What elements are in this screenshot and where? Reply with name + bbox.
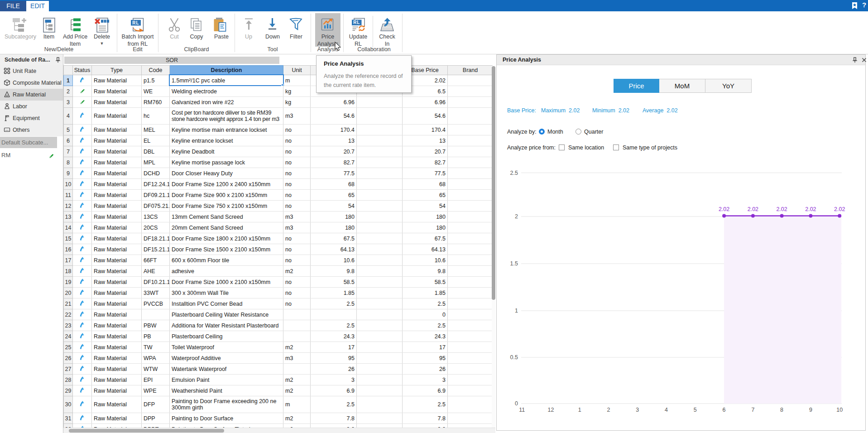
svg-text:3: 3: [636, 407, 639, 413]
svg-text:8: 8: [780, 407, 783, 413]
svg-text:1: 1: [515, 308, 518, 314]
svg-text:12: 12: [548, 407, 554, 413]
svg-text:RL: RL: [353, 20, 360, 25]
svg-text:1: 1: [578, 407, 581, 413]
svg-text:4: 4: [665, 407, 668, 413]
svg-text:11: 11: [519, 407, 525, 413]
svg-text:2: 2: [607, 407, 610, 413]
svg-text:RL: RL: [132, 20, 139, 25]
svg-text:6: 6: [723, 407, 726, 413]
svg-text:2.02: 2.02: [805, 206, 816, 212]
svg-text:2.5: 2.5: [510, 170, 518, 176]
svg-text:2.02: 2.02: [748, 206, 758, 212]
svg-text:5: 5: [694, 407, 697, 413]
svg-text:7: 7: [751, 407, 754, 413]
svg-text:2.02: 2.02: [776, 206, 787, 212]
svg-text:10: 10: [836, 407, 843, 413]
svg-text:0.5: 0.5: [510, 354, 518, 361]
svg-text:2: 2: [515, 213, 518, 220]
svg-text:2.02: 2.02: [719, 206, 729, 212]
svg-text:9: 9: [809, 407, 812, 413]
svg-text:1.5: 1.5: [510, 260, 518, 267]
svg-text:0: 0: [515, 400, 518, 407]
svg-text:2.02: 2.02: [834, 206, 845, 212]
